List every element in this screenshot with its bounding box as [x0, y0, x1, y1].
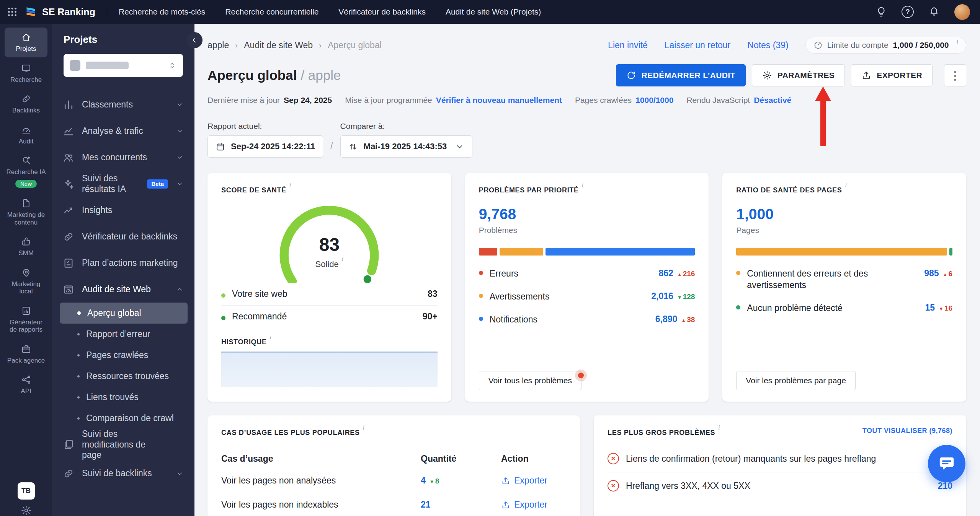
top-issues-card: LES PLUS GROS PROBLÈMESi TOUT VISUALISER…	[594, 415, 966, 516]
nav-competitive-research[interactable]: Recherche concurrentielle	[225, 7, 318, 16]
sidebar-item-insights[interactable]: Insights	[52, 197, 194, 223]
bell-icon[interactable]	[928, 6, 940, 18]
status-dot	[479, 317, 483, 321]
row-notices[interactable]: Notifications 6,89038	[479, 308, 695, 331]
user-avatar[interactable]	[954, 4, 970, 20]
info-icon: i	[582, 182, 584, 188]
sidebar-item-verificateur-backlinks[interactable]: Vérificateur de backlinks	[52, 223, 194, 250]
chevron-left-icon	[190, 36, 199, 44]
new-badge: New	[15, 180, 37, 188]
js-rendering-link[interactable]: Désactivé	[754, 96, 791, 104]
delta-down: 16	[939, 304, 952, 313]
top-issue-row[interactable]: ✕ Liens de confirmation (retour) manquan…	[608, 445, 952, 472]
help-icon[interactable]: ?	[902, 6, 914, 18]
chevron-down-icon	[176, 127, 184, 135]
history-area-chart	[221, 352, 438, 387]
collapse-sidebar-button[interactable]	[186, 32, 203, 48]
rail-item-pack-agence[interactable]: Pack agence	[5, 339, 47, 369]
rail-item-audit[interactable]: Audit	[5, 120, 47, 150]
project-sidebar: Projets Classements Analyse & trafic Mes…	[52, 24, 194, 516]
sidebar-item-mes-concurrents[interactable]: Mes concurrents	[52, 144, 194, 171]
kebab-menu-button[interactable]: ⋮	[944, 64, 966, 86]
sidebar-subitem-apercu-global[interactable]: Aperçu global	[60, 303, 188, 324]
rail-item-recherche[interactable]: Recherche	[5, 59, 47, 88]
guest-link[interactable]: Lien invité	[608, 40, 648, 50]
nav-backlink-checker[interactable]: Vérificateur de backlinks	[338, 7, 426, 16]
sidebar-item-suivi-backlinks[interactable]: Suivi de backlinks	[52, 461, 194, 487]
export-icon	[861, 70, 871, 80]
pages-footer: Voir les problèmes par page	[736, 371, 952, 390]
delta-up: 38	[681, 316, 695, 324]
feedback-link[interactable]: Laisser un retour	[665, 40, 731, 50]
compare-report-picker[interactable]: Mai-19 2025 14:43:53	[340, 135, 473, 158]
rail-item-backlinks[interactable]: Backlinks	[5, 89, 47, 119]
monitor-icon	[21, 63, 31, 73]
row-pages-healthy[interactable]: Aucun problème détecté 1516	[736, 297, 952, 320]
settings-button[interactable]: PARAMÈTRES	[752, 64, 845, 86]
sidebar-subitem-pages-crawlees[interactable]: Pages crawlées	[60, 345, 188, 366]
bulb-icon[interactable]	[875, 6, 887, 18]
error-circle-icon: ✕	[608, 453, 619, 464]
breadcrumb-project[interactable]: apple	[207, 40, 229, 50]
map-pin-icon	[21, 267, 31, 278]
export-button[interactable]: EXPORTER	[851, 64, 933, 86]
rail-item-projets[interactable]: Projets	[5, 28, 47, 57]
sidebar-menu: Classements Analyse & trafic Mes concurr…	[52, 91, 194, 487]
brand-logo[interactable]: SE Ranking	[24, 6, 95, 18]
issues-title: PROBLÈMES PAR PRIORITÉi	[479, 184, 695, 194]
sidebar-subitem-comparaison-crawl[interactable]: Comparaison de crawl	[60, 408, 188, 429]
view-issues-by-page-button[interactable]: Voir les problèmes par page	[736, 371, 856, 390]
row-errors[interactable]: Erreurs 862216	[479, 262, 695, 285]
rail-item-generateur-rapports[interactable]: Générateur de rapports	[5, 301, 47, 338]
bar-chart-icon	[63, 99, 74, 111]
sidebar-subitem-liens-trouves[interactable]: Liens trouvés	[60, 387, 188, 408]
stepper-icon	[168, 61, 177, 70]
backlink-monitor-icon	[63, 468, 74, 479]
breadcrumb-section[interactable]: Audit de site Web	[244, 40, 313, 50]
export-link[interactable]: Exporter	[501, 500, 566, 510]
sidebar-item-plan-actions[interactable]: Plan d’actions marketing	[52, 250, 194, 276]
account-avatar[interactable]: TB	[18, 482, 35, 500]
legend-dot	[221, 293, 225, 298]
project-favicon	[70, 60, 80, 71]
row-pages-with-issues[interactable]: Contiennent des erreurs et des avertisse…	[736, 262, 952, 297]
account-limit-badge[interactable]: Limite du compte 1,000 / 250,000 i	[805, 37, 966, 54]
rail-item-smm[interactable]: SMM	[5, 232, 47, 262]
top-issue-label: Liens de confirmation (retour) manquants…	[626, 454, 876, 464]
top-issue-row[interactable]: ✕ Hreflang vers 3XX, 4XX ou 5XX 210	[608, 472, 952, 499]
people-icon	[63, 152, 74, 163]
rail-item-recherche-ia[interactable]: Recherche IA New	[5, 151, 47, 192]
issues-rows: Erreurs 862216 Avertissements 2,016128 N…	[479, 262, 695, 331]
sidebar-item-analyse-trafic[interactable]: Analyse & trafic	[52, 118, 194, 144]
sidebar-item-suivi-modifications[interactable]: Suivi des modifications de page	[52, 429, 194, 461]
check-again-link[interactable]: Vérifier à nouveau manuellement	[436, 96, 562, 104]
sidebar-subitem-rapport-erreur[interactable]: Rapport d’erreur	[60, 324, 188, 345]
gear-icon[interactable]	[21, 505, 32, 516]
home-icon	[21, 32, 31, 42]
sidebar-item-suivi-resultats-ia[interactable]: Suivi des résultats IA Beta	[52, 171, 194, 197]
notes-link[interactable]: Notes (39)	[747, 40, 788, 50]
rail-item-api[interactable]: API	[5, 370, 47, 400]
pages-total: 1,000	[736, 206, 952, 223]
restart-audit-button[interactable]: REDÉMARRER L’AUDIT	[616, 64, 746, 86]
chat-button[interactable]	[928, 445, 965, 482]
top-issue-label: Hreflang vers 3XX, 4XX ou 5XX	[626, 481, 750, 491]
export-link[interactable]: Exporter	[501, 475, 566, 486]
sidebar-subitem-ressources-trouvees[interactable]: Ressources trouvées	[60, 366, 188, 387]
nav-website-audit[interactable]: Audit de site Web (Projets)	[446, 7, 541, 16]
project-selector[interactable]	[64, 54, 183, 77]
brand-name: SE Ranking	[42, 7, 95, 18]
sidebar-item-classements[interactable]: Classements	[52, 91, 194, 118]
chat-icon	[938, 455, 956, 472]
current-report-picker[interactable]: Sep-24 2025 14:22:11	[207, 135, 323, 158]
rail-item-marketing-contenu[interactable]: Marketing de contenu	[5, 194, 47, 231]
nav-keyword-research[interactable]: Recherche de mots-clés	[119, 7, 205, 16]
view-all-link[interactable]: TOUT VISUALISER (9,768)	[862, 427, 952, 435]
sidebar-item-audit-site-web[interactable]: Audit de site Web	[52, 276, 194, 303]
view-all-issues-button[interactable]: Voir tous les problèmes	[479, 371, 581, 390]
chevron-down-icon	[176, 470, 184, 478]
row-warnings[interactable]: Avertissements 2,016128	[479, 285, 695, 308]
apps-grid-icon[interactable]	[0, 7, 24, 17]
rail-item-marketing-local[interactable]: Marketing local	[5, 263, 47, 300]
chevron-separator-icon: ›	[235, 41, 238, 50]
